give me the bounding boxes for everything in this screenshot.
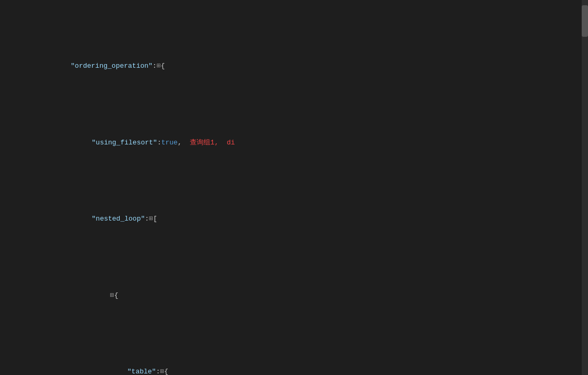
line-1: "ordering_operation":⊞{ [4, 50, 578, 82]
expand-icon-2[interactable]: ⊞ [149, 215, 153, 223]
line-3: "nested_loop":⊞[ [4, 203, 578, 235]
key-ordering-operation: "ordering_operation" [71, 62, 153, 70]
key-table: "table" [127, 368, 156, 375]
val-true: true [161, 139, 177, 147]
expand-icon-3[interactable]: ⊞ [110, 291, 114, 299]
code-viewer: "ordering_operation":⊞{ "using_filesort"… [0, 0, 588, 375]
scrollbar[interactable] [582, 0, 588, 375]
key-using-filesort: "using_filesort" [92, 139, 157, 147]
scrollbar-thumb[interactable] [582, 5, 588, 37]
key-nested-loop: "nested_loop" [92, 215, 145, 223]
code-content: "ordering_operation":⊞{ "using_filesort"… [0, 4, 588, 375]
line-4: ⊞{ [4, 279, 578, 312]
annotation-queryset: 查询组1, di [190, 139, 235, 147]
line-5: "table":⊞{ [4, 356, 578, 376]
line-2: "using_filesort":true, 查询组1, di [4, 127, 578, 159]
expand-icon-4[interactable]: ⊞ [160, 368, 164, 375]
